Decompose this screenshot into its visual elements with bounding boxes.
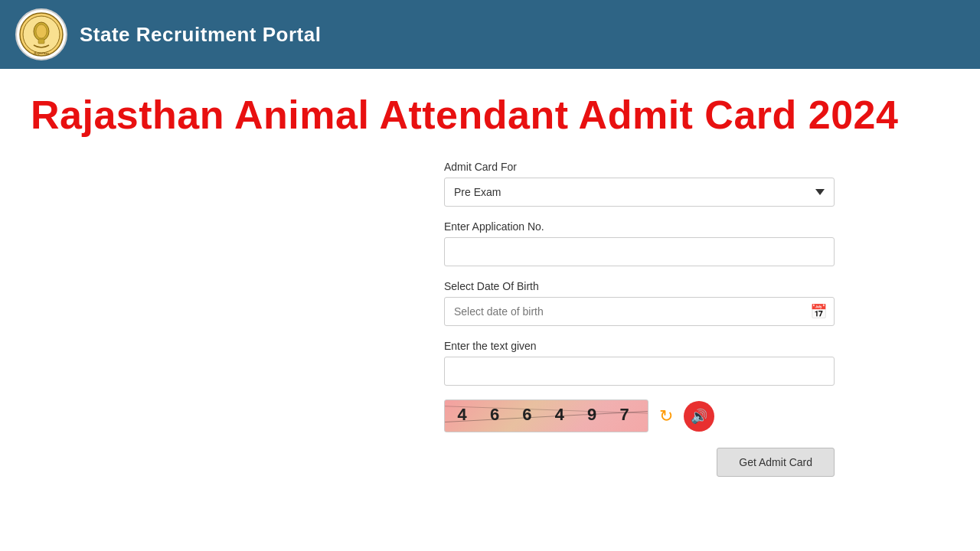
application-no-group: Enter Application No.	[444, 220, 835, 266]
application-no-label: Enter Application No.	[444, 220, 835, 233]
application-no-input[interactable]	[444, 237, 835, 266]
dob-input[interactable]	[444, 297, 835, 326]
form-container: Admit Card For Pre Exam Main Exam Enter …	[444, 161, 835, 477]
admit-card-for-select[interactable]: Pre Exam Main Exam	[444, 178, 835, 207]
refresh-icon: ↻	[659, 406, 673, 425]
svg-text:Rajasthan: Rajasthan	[34, 51, 49, 55]
admit-card-for-group: Admit Card For Pre Exam Main Exam	[444, 161, 835, 207]
dob-input-wrapper: 📅	[444, 297, 835, 326]
admit-card-for-label: Admit Card For	[444, 161, 835, 173]
page-title: Rajasthan Animal Attendant Admit Card 20…	[31, 92, 949, 138]
captcha-image: 4 6 6 4 9 7	[444, 399, 648, 432]
svg-point-3	[36, 24, 47, 38]
dob-group: Select Date Of Birth 📅	[444, 280, 835, 326]
audio-captcha-button[interactable]: 🔊	[684, 401, 714, 432]
captcha-text-group: Enter the text given	[444, 340, 835, 386]
svg-rect-4	[38, 39, 44, 44]
captcha-text-input[interactable]	[444, 357, 835, 386]
logo-svg: Rajasthan	[18, 11, 64, 57]
header: Rajasthan State Recruitment Portal	[0, 0, 980, 69]
header-logo: Rajasthan	[15, 8, 67, 60]
captcha-text-label: Enter the text given	[444, 340, 835, 352]
main-content: Rajasthan Animal Attendant Admit Card 20…	[0, 69, 980, 551]
header-title: State Recruitment Portal	[80, 23, 321, 47]
refresh-captcha-button[interactable]: ↻	[656, 403, 676, 429]
submit-button[interactable]: Get Admit Card	[717, 448, 835, 477]
dob-label: Select Date Of Birth	[444, 280, 835, 292]
submit-row: Get Admit Card	[444, 448, 835, 477]
captcha-row: 4 6 6 4 9 7 ↻ 🔊	[444, 399, 835, 432]
audio-icon: 🔊	[691, 408, 707, 425]
